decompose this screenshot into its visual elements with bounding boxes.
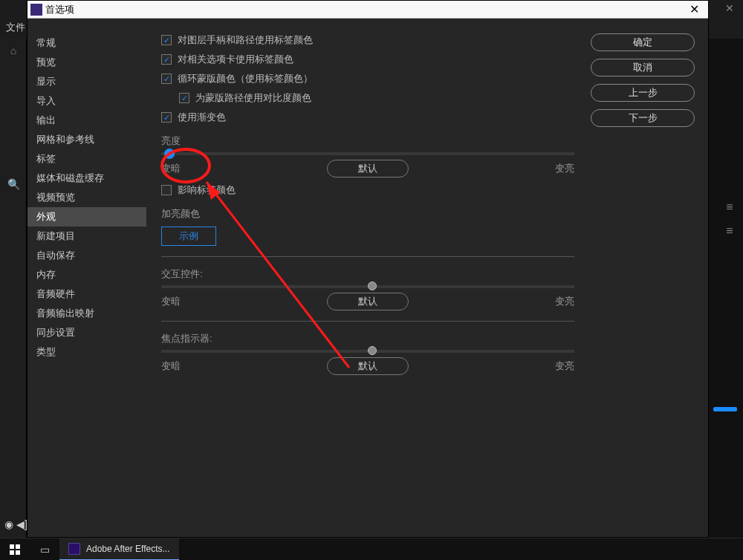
- appearance-panel: 确定 取消 上一步 下一步 对图层手柄和路径使用标签颜色 对相关选项卡使用标签颜…: [146, 19, 708, 537]
- interactive-thumb[interactable]: [368, 281, 377, 290]
- label: 影响标签颜色: [178, 183, 236, 197]
- svg-rect-4: [10, 550, 14, 555]
- right-blue-bar: [713, 407, 737, 411]
- ae-icon: [30, 4, 42, 16]
- preferences-sidebar: 常规预览显示导入输出网格和参考线标签媒体和磁盘缓存视频预览外观新建项目自动保存内…: [27, 19, 146, 537]
- sidebar-item-13[interactable]: 音频硬件: [27, 284, 146, 304]
- next-button[interactable]: 下一步: [591, 109, 695, 127]
- start-button[interactable]: [0, 538, 30, 561]
- checkbox-contrast-mask[interactable]: [179, 93, 189, 103]
- brighter-label: 变亮: [555, 295, 574, 308]
- checkbox-tabs-color[interactable]: [161, 54, 172, 65]
- interactive-default-button[interactable]: 默认: [327, 293, 409, 310]
- left-tool-icons: ⌂ 🔍: [0, 45, 27, 208]
- sidebar-item-9[interactable]: 外观: [27, 207, 146, 227]
- accent-example-button[interactable]: 示例: [161, 227, 216, 246]
- separator: [161, 321, 574, 322]
- brightness-default-button[interactable]: 默认: [327, 160, 409, 178]
- label: 对相关选项卡使用标签颜色: [178, 53, 293, 66]
- taskbar-app-label: Adobe After Effects...: [86, 544, 170, 554]
- home-icon[interactable]: ⌂: [0, 45, 27, 74]
- sidebar-item-16[interactable]: 类型: [27, 342, 146, 362]
- svg-rect-3: [16, 544, 20, 549]
- focus-slider[interactable]: 变暗 默认 变亮: [161, 350, 574, 375]
- ok-button[interactable]: 确定: [591, 33, 695, 51]
- sidebar-item-14[interactable]: 音频输出映射: [27, 304, 146, 323]
- focus-title: 焦点指示器:: [161, 332, 574, 345]
- cancel-button[interactable]: 取消: [591, 59, 695, 76]
- separator: [161, 256, 574, 257]
- label: 使用渐变色: [178, 111, 226, 124]
- sidebar-item-12[interactable]: 内存: [27, 265, 146, 284]
- close-button[interactable]: ✕: [680, 1, 708, 19]
- taskview-button[interactable]: ▭: [30, 538, 59, 561]
- menu-file[interactable]: 文件: [6, 21, 25, 34]
- focus-default-button[interactable]: 默认: [327, 357, 409, 375]
- action-buttons: 确定 取消 上一步 下一步: [591, 33, 695, 127]
- sidebar-item-15[interactable]: 同步设置: [27, 323, 146, 342]
- annotation-circle: [160, 148, 211, 183]
- brightness-slider[interactable]: 变暗 默认 变亮: [161, 152, 574, 178]
- app-close-icon[interactable]: ✕: [716, 0, 743, 16]
- interactive-title: 交互控件:: [161, 267, 574, 281]
- sidebar-item-4[interactable]: 输出: [27, 111, 146, 130]
- dialog-title: 首选项: [45, 3, 680, 16]
- sidebar-item-5[interactable]: 网格和参考线: [27, 130, 146, 149]
- dialog-titlebar: 首选项 ✕: [27, 1, 708, 19]
- svg-rect-2: [10, 544, 14, 549]
- hamburger-icon[interactable]: ≡: [716, 224, 743, 248]
- sidebar-item-1[interactable]: 预览: [27, 53, 146, 72]
- sidebar-item-6[interactable]: 标签: [27, 149, 146, 169]
- preview-toggle-icons[interactable]: ◉ ◀]: [0, 514, 27, 535]
- sidebar-item-11[interactable]: 自动保存: [27, 246, 146, 265]
- taskbar-app-after-effects[interactable]: Adobe After Effects...: [59, 538, 179, 561]
- sidebar-item-3[interactable]: 导入: [27, 91, 146, 111]
- brighter-label: 变亮: [555, 359, 574, 373]
- sidebar-item-2[interactable]: 显示: [27, 72, 146, 91]
- svg-rect-5: [16, 550, 20, 555]
- label: 对图层手柄和路径使用标签颜色: [178, 33, 313, 47]
- sidebar-item-8[interactable]: 视频预览: [27, 188, 146, 207]
- windows-taskbar: ▭ Adobe After Effects...: [0, 538, 743, 560]
- brighter-label: 变亮: [555, 162, 574, 175]
- checkbox-gradient[interactable]: [161, 112, 172, 123]
- ae-icon: [68, 543, 80, 555]
- darker-label: 变暗: [161, 359, 181, 373]
- checkbox-cycle-mask[interactable]: [161, 74, 172, 84]
- label: 循环蒙版颜色（使用标签颜色）: [178, 72, 313, 85]
- search-icon[interactable]: 🔍: [0, 178, 27, 208]
- darker-label: 变暗: [161, 295, 181, 308]
- sidebar-item-7[interactable]: 媒体和磁盘缓存: [27, 169, 146, 188]
- preferences-dialog: 首选项 ✕ 常规预览显示导入输出网格和参考线标签媒体和磁盘缓存视频预览外观新建项…: [27, 0, 709, 538]
- checkbox-affect-label-color[interactable]: [161, 185, 172, 195]
- sidebar-item-10[interactable]: 新建项目: [27, 227, 146, 246]
- sidebar-item-0[interactable]: 常规: [27, 33, 146, 53]
- prev-button[interactable]: 上一步: [591, 84, 695, 102]
- accent-title: 加亮颜色: [161, 207, 574, 221]
- right-rail-icons: ≡ ≡: [716, 201, 743, 248]
- label: 为蒙版路径使用对比度颜色: [195, 91, 311, 105]
- brightness-title: 亮度: [161, 134, 574, 148]
- checkbox-layer-handles[interactable]: [161, 35, 172, 45]
- interactive-slider[interactable]: 变暗 默认 变亮: [161, 285, 574, 310]
- focus-thumb[interactable]: [368, 346, 377, 355]
- hamburger-icon[interactable]: ≡: [716, 201, 743, 224]
